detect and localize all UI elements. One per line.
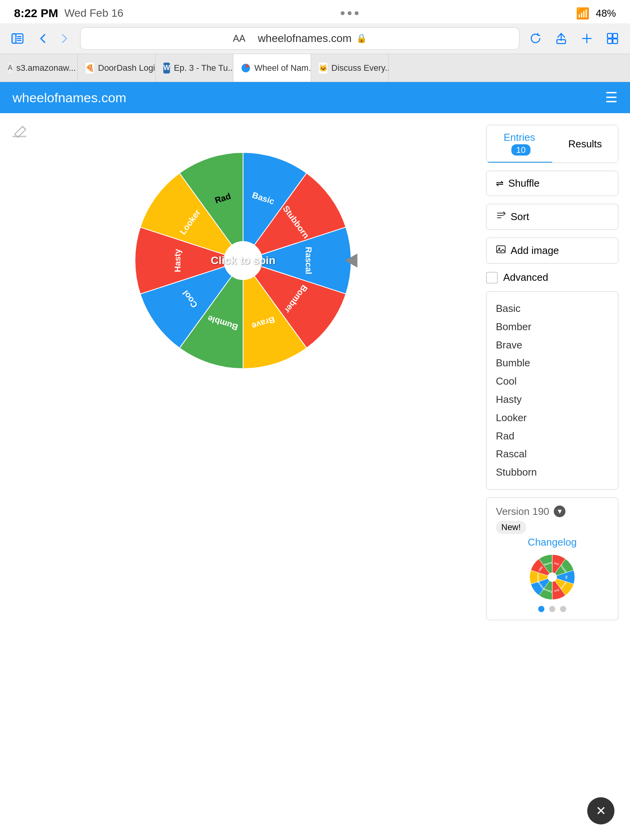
sidebar-toggle-button[interactable] <box>8 29 27 48</box>
tab-label-s3: s3.amazonaw... <box>16 63 76 73</box>
svg-text:Hasty: Hasty <box>173 248 182 272</box>
list-item[interactable]: Hasty <box>496 390 609 409</box>
tab-wheelofnames[interactable]: Wheel of Nam... ✕ <box>233 54 311 82</box>
lock-icon: 🔒 <box>356 33 367 44</box>
list-item[interactable]: Cool <box>496 372 609 390</box>
sort-icon <box>496 210 506 223</box>
entries-tab-label: Entries <box>504 131 535 143</box>
status-center <box>341 11 359 15</box>
entries-list: BasicBomberBraveBumbleCoolHastyLookerRad… <box>486 291 618 490</box>
list-item[interactable]: Bumble <box>496 354 609 372</box>
tabs-bar: A s3.amazonaw... 🍕 DoorDash Login W Ep. … <box>0 54 630 82</box>
address-bar[interactable]: AA wheelofnames.com 🔒 <box>80 27 520 50</box>
list-item[interactable]: Looker <box>496 409 609 427</box>
tab-favicon-s3: A <box>8 63 12 74</box>
list-item[interactable]: Rad <box>496 427 609 445</box>
version-header: Version 190 ▼ <box>496 506 609 518</box>
list-item[interactable]: Bomber <box>496 318 609 336</box>
svg-rect-8 <box>607 33 612 38</box>
version-box: Version 190 ▼ New! Changelog ZuriCharlie… <box>486 497 618 620</box>
status-right: 📶 48% <box>576 7 616 20</box>
svg-rect-10 <box>607 39 612 44</box>
results-tab[interactable]: Results <box>552 125 618 163</box>
advanced-checkbox[interactable] <box>486 272 498 284</box>
changelog-label: Changelog <box>528 536 577 548</box>
svg-point-29 <box>499 248 500 250</box>
status-time: 8:22 PM <box>14 7 58 20</box>
changelog-link[interactable]: Changelog <box>496 536 609 548</box>
svg-rect-1 <box>12 34 16 43</box>
svg-text:Ali: Ali <box>565 575 568 579</box>
back-button[interactable] <box>33 29 53 48</box>
sort-label: Sort <box>511 211 529 223</box>
forward-button[interactable] <box>54 29 74 48</box>
shuffle-icon: ⇌ <box>496 178 504 189</box>
battery-icon: 48% <box>596 7 616 19</box>
edit-icon-button[interactable] <box>12 125 27 144</box>
version-chevron[interactable]: ▼ <box>554 506 565 517</box>
list-item[interactable]: Basic <box>496 299 609 318</box>
tab-s3[interactable]: A s3.amazonaw... <box>0 54 78 82</box>
svg-point-24 <box>224 241 262 280</box>
wheel-container[interactable]: BasicStubbornRascalBomberBraveBumbleCool… <box>134 152 352 369</box>
tab-favicon-ep3: W <box>163 63 170 74</box>
add-image-label: Add image <box>511 245 559 257</box>
svg-text:Beatrice: Beatrice <box>537 572 539 583</box>
add-image-button[interactable]: Add image <box>486 238 618 264</box>
share-button[interactable] <box>551 29 571 48</box>
advanced-row[interactable]: Advanced <box>486 271 618 284</box>
svg-rect-11 <box>613 39 618 44</box>
shuffle-button[interactable]: ⇌ Shuffle <box>486 171 618 196</box>
site-title: wheelofnames.com <box>12 90 126 105</box>
advanced-label: Advanced <box>503 271 548 284</box>
tab-label-doordash: DoorDash Login <box>98 63 156 73</box>
add-image-icon <box>496 244 506 257</box>
wheel-pointer <box>345 254 357 268</box>
address-aa: AA <box>233 33 245 44</box>
tab-label-wheel: Wheel of Nam... <box>254 63 311 73</box>
tab-label-discuss: Discuss Every... <box>331 63 389 73</box>
dot-3[interactable] <box>560 606 566 612</box>
sort-button[interactable]: Sort <box>486 204 618 230</box>
list-item[interactable]: Brave <box>496 336 609 354</box>
hamburger-menu[interactable]: ☰ <box>605 89 618 106</box>
tab-ep3[interactable]: W Ep. 3 - The Tu... <box>156 54 233 82</box>
shuffle-label: Shuffle <box>508 177 539 189</box>
tab-discuss[interactable]: 🐱 Discuss Every... <box>311 54 389 82</box>
tab-favicon-discuss: 🐱 <box>319 63 327 74</box>
carousel-dots <box>496 606 609 612</box>
list-item[interactable]: Stubborn <box>496 463 609 481</box>
mini-wheel: ZuriCharlieAliHannaEricFatimaGabrielBeat… <box>529 554 576 600</box>
nav-controls <box>33 29 74 48</box>
results-tab-label: Results <box>568 138 602 150</box>
new-tab-button[interactable] <box>577 29 597 48</box>
tab-label-ep3: Ep. 3 - The Tu... <box>174 63 233 73</box>
tab-favicon-doordash: 🍕 <box>86 63 94 74</box>
status-bar: 8:22 PM Wed Feb 16 📶 48% <box>0 0 630 23</box>
status-date: Wed Feb 16 <box>64 7 123 19</box>
svg-rect-9 <box>613 33 618 38</box>
main-content: BasicStubbornRascalBomberBraveBumbleCool… <box>0 113 630 632</box>
browser-chrome: AA wheelofnames.com 🔒 <box>0 23 630 54</box>
dot-2[interactable] <box>549 606 555 612</box>
wheel-section: BasicStubbornRascalBomberBraveBumbleCool… <box>12 125 474 620</box>
entry-tabs: Entries 10 Results <box>486 125 618 163</box>
tab-doordash[interactable]: 🍕 DoorDash Login <box>78 54 156 82</box>
address-url: wheelofnames.com <box>258 32 352 45</box>
svg-text:Rascal: Rascal <box>304 247 313 275</box>
svg-point-40 <box>548 572 557 582</box>
close-fab[interactable]: ✕ <box>587 797 614 824</box>
controls-section: Entries 10 Results ⇌ Shuffle Sort Add im… <box>486 125 618 620</box>
close-icon: ✕ <box>596 803 606 818</box>
list-item[interactable]: Rascal <box>496 445 609 463</box>
entries-tab[interactable]: Entries 10 <box>486 125 552 163</box>
tabs-overview-button[interactable] <box>603 29 622 48</box>
reload-button[interactable] <box>526 29 545 48</box>
entries-count: 10 <box>511 144 530 156</box>
new-badge: New! <box>496 521 526 534</box>
tab-favicon-wheel <box>241 63 250 74</box>
version-label: Version 190 <box>496 506 549 518</box>
dot-1[interactable] <box>538 606 544 612</box>
wifi-icon: 📶 <box>576 7 590 20</box>
site-header: wheelofnames.com ☰ <box>0 82 630 113</box>
